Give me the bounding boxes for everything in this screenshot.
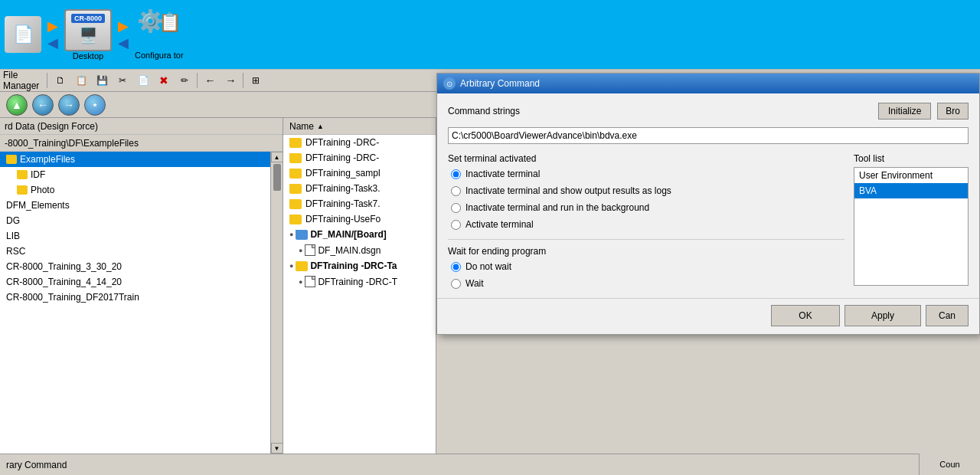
- radio-wait[interactable]: Wait: [451, 278, 844, 289]
- wait-label: Wait for ending program: [448, 246, 844, 257]
- radio-activate[interactable]: Activate terminal: [451, 219, 844, 230]
- tool-list-box[interactable]: User Environment BVA: [854, 167, 969, 286]
- dialog-title: Arbitrary Command: [460, 78, 540, 89]
- tool-list-item-bva[interactable]: BVA: [854, 183, 968, 198]
- radio-inactivate-logs[interactable]: Inactivate terminal and show output resu…: [451, 185, 844, 196]
- dialog-title-icon: ⊙: [443, 77, 456, 90]
- tool-list-item-user[interactable]: User Environment: [854, 168, 968, 183]
- arbitrary-command-dialog: ⊙ Arbitrary Command Command strings Init…: [436, 73, 980, 335]
- radio-inactivate-bg[interactable]: Inactivate terminal and run in the backg…: [451, 202, 844, 213]
- command-strings-label: Command strings: [448, 106, 532, 116]
- apply-button[interactable]: Apply: [844, 305, 921, 326]
- ok-button[interactable]: OK: [771, 305, 840, 326]
- cancel-button[interactable]: Can: [926, 305, 969, 326]
- command-path-input[interactable]: [448, 127, 969, 144]
- radio-inactivate[interactable]: Inactivate terminal: [451, 169, 844, 179]
- browse-button[interactable]: Bro: [937, 103, 969, 120]
- tool-list-label: Tool list: [854, 153, 969, 164]
- dialog-titlebar[interactable]: ⊙ Arbitrary Command: [437, 74, 979, 93]
- initialize-button[interactable]: Initialize: [878, 103, 931, 120]
- modal-overlay: ⊙ Arbitrary Command Command strings Init…: [0, 0, 980, 475]
- radio-donot-wait[interactable]: Do not wait: [451, 261, 844, 272]
- set-terminal-label: Set terminal activated: [448, 153, 844, 164]
